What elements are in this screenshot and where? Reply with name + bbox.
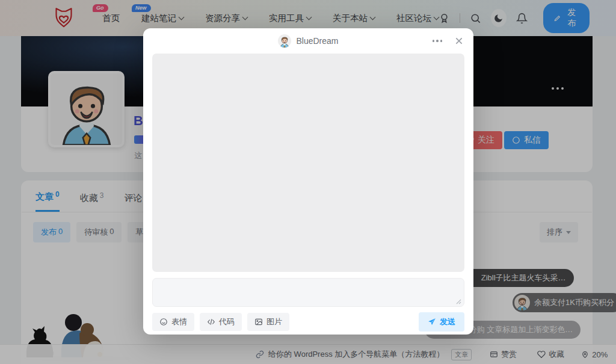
more-options-icon[interactable] [430,37,445,45]
emoji-button[interactable]: 表情 [152,313,194,331]
page: Go 首页 New 建站笔记 资源分享 实用工具 关于本站 社区论坛 [0,0,616,364]
code-label: 代码 [219,316,235,327]
chat-user-avatar [278,34,291,48]
send-label: 发送 [440,316,455,327]
private-message-modal: BlueDream 表情 代码 图片 [143,28,473,335]
image-label: 图片 [266,316,282,327]
emoji-label: 表情 [171,316,187,327]
modal-header: BlueDream [143,28,473,54]
modal-controls [430,28,464,54]
send-button[interactable]: 发送 [419,312,464,332]
paper-plane-icon [428,318,436,326]
code-icon [207,318,215,326]
chat-user-name: BlueDream [296,36,338,46]
image-icon [254,318,263,326]
close-icon[interactable] [454,36,464,46]
message-input[interactable] [152,278,464,307]
image-button[interactable]: 图片 [247,313,289,331]
code-button[interactable]: 代码 [200,313,242,331]
message-history-area[interactable] [152,54,464,272]
modal-toolbar: 表情 代码 图片 发送 [152,312,464,332]
smiley-icon [159,318,168,326]
